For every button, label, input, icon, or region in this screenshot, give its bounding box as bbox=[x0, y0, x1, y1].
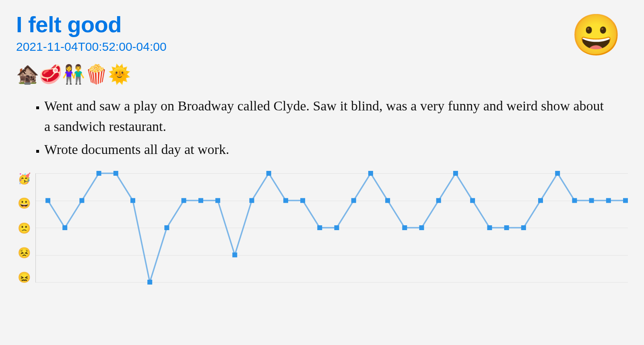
notes-list: Went and saw a play on Broadway called C… bbox=[44, 96, 604, 160]
chart-marker bbox=[521, 225, 526, 230]
chart-marker bbox=[97, 171, 101, 176]
chart-marker bbox=[351, 198, 356, 203]
y-tick-label: 🥳 bbox=[18, 173, 31, 184]
chart-marker bbox=[606, 198, 611, 203]
chart-marker bbox=[62, 225, 67, 230]
y-tick-label: 🙁 bbox=[18, 223, 31, 233]
chart-marker bbox=[453, 171, 458, 176]
entry-timestamp: 2021-11-04T00:52:00-04:00 bbox=[16, 40, 628, 54]
y-tick-label: 😖 bbox=[18, 272, 31, 283]
chart-svg bbox=[36, 173, 628, 282]
chart-marker bbox=[266, 171, 271, 176]
chart-marker bbox=[317, 225, 322, 230]
chart-marker bbox=[572, 198, 577, 203]
chart-marker bbox=[182, 198, 186, 203]
mood-chart: 🥳😀🙁😣😖 bbox=[16, 173, 628, 283]
chart-marker bbox=[232, 253, 237, 258]
y-tick-label: 😣 bbox=[18, 247, 31, 258]
chart-y-axis: 🥳😀🙁😣😖 bbox=[16, 173, 32, 283]
chart-plot-area bbox=[35, 173, 628, 283]
chart-marker bbox=[147, 280, 152, 285]
activity-icons: 🏚️🥩👫🍿🌞 bbox=[16, 65, 628, 83]
chart-marker bbox=[300, 198, 305, 203]
chart-marker bbox=[368, 171, 373, 176]
mood-emoji-icon: 😀 bbox=[571, 15, 621, 55]
chart-marker bbox=[250, 198, 254, 203]
chart-marker bbox=[419, 225, 424, 230]
chart-marker bbox=[215, 198, 220, 203]
journal-entry: 😀 I felt good 2021-11-04T00:52:00-04:00 … bbox=[0, 0, 644, 345]
chart-marker bbox=[402, 225, 407, 230]
chart-marker bbox=[164, 225, 169, 230]
chart-marker bbox=[487, 225, 492, 230]
chart-marker bbox=[555, 171, 560, 176]
chart-marker bbox=[470, 198, 475, 203]
chart-marker bbox=[130, 198, 135, 203]
chart-marker bbox=[504, 225, 509, 230]
note-item: Went and saw a play on Broadway called C… bbox=[44, 96, 604, 137]
note-item: Wrote documents all day at work. bbox=[44, 139, 604, 160]
chart-marker bbox=[589, 198, 594, 203]
chart-marker bbox=[198, 198, 203, 203]
chart-marker bbox=[45, 198, 50, 203]
chart-marker bbox=[538, 198, 543, 203]
chart-marker bbox=[436, 198, 441, 203]
chart-marker bbox=[79, 198, 84, 203]
chart-marker bbox=[334, 225, 339, 230]
y-tick-label: 😀 bbox=[18, 198, 31, 208]
chart-marker bbox=[623, 198, 628, 203]
page-title: I felt good bbox=[16, 11, 628, 37]
chart-marker bbox=[114, 171, 118, 176]
chart-marker bbox=[283, 198, 288, 203]
chart-marker bbox=[385, 198, 390, 203]
